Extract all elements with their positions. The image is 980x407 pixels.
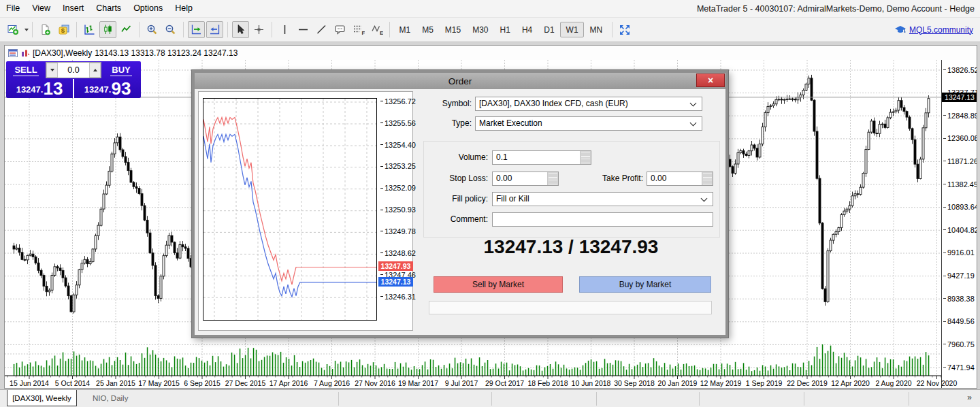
order-dialog-titlebar[interactable]: Order × (195, 73, 725, 89)
cursor-tool-button[interactable] (232, 21, 249, 38)
fullscreen-button[interactable] (617, 21, 634, 38)
bottom-tab-bar: [DAX30], WeeklyNIO, Daily » (0, 389, 980, 407)
chart-window-titlebar[interactable]: [DAX30],Weekly 13143.13 13313.78 13123.2… (5, 46, 977, 60)
price-tick-label: 13826.52 (943, 66, 977, 74)
sell-by-market-button[interactable]: Sell by Market (434, 276, 563, 293)
elliott-tool-button[interactable]: E (368, 21, 385, 38)
bid-price-badge: 13247.13 (378, 277, 413, 287)
stop-loss-up-button[interactable] (548, 172, 558, 179)
timeframe-m15[interactable]: M15 (439, 22, 466, 37)
one-click-trading-panel: SELL 0.0 BUY 13247.13 (6, 61, 141, 98)
bar-chart-mode-button[interactable] (81, 21, 98, 38)
candlestick-icon (102, 24, 114, 35)
tick-price-label: 13249.78 (380, 227, 416, 235)
price-tick-label: 12848.89 (943, 112, 977, 120)
line-chart-mode-button[interactable] (118, 21, 135, 38)
trendline-icon (316, 24, 327, 35)
one-click-volume-value[interactable]: 0.0 (58, 63, 89, 78)
take-profit-down-button[interactable] (702, 179, 713, 186)
tab-nio-daily[interactable]: NIO, Daily (87, 390, 133, 406)
date-tick-label: 17 May 2015 (138, 379, 180, 387)
price-axis[interactable]: 13826.5213337.7112848.8912360.0811871.26… (941, 60, 977, 388)
menu-file[interactable]: File (0, 0, 26, 17)
date-tick-label: 30 Sep 2018 (614, 379, 655, 387)
take-profit-field[interactable]: 0.00 (647, 172, 713, 186)
tab-overflow-button[interactable]: » (967, 393, 972, 402)
close-icon: × (708, 76, 713, 85)
sell-price-display[interactable]: 13247.13 (6, 79, 73, 98)
horizontal-line-tool-button[interactable] (295, 21, 312, 38)
vertical-line-tool-button[interactable] (276, 21, 293, 38)
volume-label: Volume: (399, 150, 488, 165)
volume-decrease-button[interactable] (46, 63, 58, 78)
volume-down-button[interactable] (581, 158, 591, 165)
tabbar-divider (596, 392, 597, 406)
new-order-button[interactable]: $ (55, 21, 72, 38)
type-select[interactable]: Market Execution (475, 116, 702, 131)
date-tick-label: 17 Apr 2016 (270, 379, 308, 387)
menu-view[interactable]: View (26, 0, 56, 17)
toolbar-separator (272, 22, 272, 37)
fill-policy-select[interactable]: Fill or Kill (492, 192, 713, 206)
zoom-out-icon (165, 24, 176, 35)
stop-loss-down-button[interactable] (548, 179, 558, 186)
text-label-tool-button[interactable] (331, 21, 348, 38)
bar-chart-icon (84, 24, 95, 35)
timeframe-mn[interactable]: MN (584, 22, 608, 37)
volume-increase-button[interactable] (89, 63, 101, 78)
new-profile-button[interactable] (37, 21, 54, 38)
ask-price-badge: 13247.93 (378, 261, 413, 271)
one-click-sell-button[interactable]: SELL (6, 61, 46, 79)
quotes-table-icon (8, 49, 18, 57)
price-tick-label: 7471.94 (943, 363, 975, 372)
symbol-select[interactable]: [DAX30], DAX30 Index CFD, cash (EUR) (475, 97, 702, 111)
timeframe-h4[interactable]: H4 (516, 22, 538, 37)
price-tick-label: 9916.01 (943, 248, 975, 257)
date-tick-label: 20 Jan 2019 (658, 379, 698, 387)
zoom-out-button[interactable] (162, 21, 179, 38)
timeframe-m1[interactable]: M1 (393, 22, 416, 37)
volume-up-button[interactable] (581, 151, 591, 158)
new-chart-dropdown-caret[interactable] (24, 29, 29, 31)
bid-ask-quote-display: 13247.13 / 13247.93 (426, 236, 716, 258)
close-button[interactable]: × (696, 74, 725, 87)
menu-help[interactable]: Help (169, 0, 199, 17)
fibonacci-tool-button[interactable]: F (350, 21, 367, 38)
timeframe-m30[interactable]: M30 (467, 22, 494, 37)
tabbar-divider (909, 392, 909, 406)
date-tick-label: 7 Aug 2016 (314, 379, 350, 387)
timeframe-w1[interactable]: W1 (560, 22, 584, 37)
timeframe-m5[interactable]: M5 (416, 22, 440, 37)
zoom-in-icon (146, 24, 158, 35)
new-chart-button[interactable] (5, 21, 22, 38)
mql5-community-link[interactable]: MQL5.community (909, 25, 973, 35)
toolbar-separator (139, 22, 140, 37)
new-page-icon (39, 24, 51, 35)
take-profit-up-button[interactable] (702, 172, 713, 179)
chart-shift-button[interactable] (206, 21, 223, 38)
timeframe-h1[interactable]: H1 (494, 22, 516, 37)
menu-charts[interactable]: Charts (90, 0, 127, 17)
comment-input[interactable] (492, 212, 713, 227)
zoom-in-button[interactable] (144, 21, 161, 38)
date-tick-label: 27 Nov 2016 (355, 379, 395, 387)
price-tick-label: 8938.38 (943, 295, 975, 303)
volume-field[interactable]: 0.1 (492, 150, 591, 165)
buy-by-market-button[interactable]: Buy by Market (579, 276, 711, 293)
svg-text:$: $ (61, 27, 65, 34)
buy-price-display[interactable]: 13247.93 (74, 79, 141, 98)
timeframe-d1[interactable]: D1 (538, 22, 560, 37)
trendline-tool-button[interactable] (313, 21, 330, 38)
stop-loss-field[interactable]: 0.00 (492, 172, 559, 186)
stop-loss-label: Stop Loss: (399, 172, 488, 186)
tab--dax30-weekly[interactable]: [DAX30], Weekly (7, 390, 77, 406)
candlestick-mode-button[interactable] (99, 21, 116, 38)
auto-scroll-button[interactable] (188, 21, 205, 38)
one-click-buy-button[interactable]: BUY (101, 61, 141, 79)
date-tick-label: 29 Oct 2017 (485, 379, 524, 387)
menu-options[interactable]: Options (127, 0, 169, 17)
menu-insert[interactable]: Insert (56, 0, 90, 17)
crosshair-tool-button[interactable] (250, 21, 267, 38)
mini-bars-icon (20, 49, 30, 57)
one-click-volume-stepper: 0.0 (46, 62, 101, 78)
